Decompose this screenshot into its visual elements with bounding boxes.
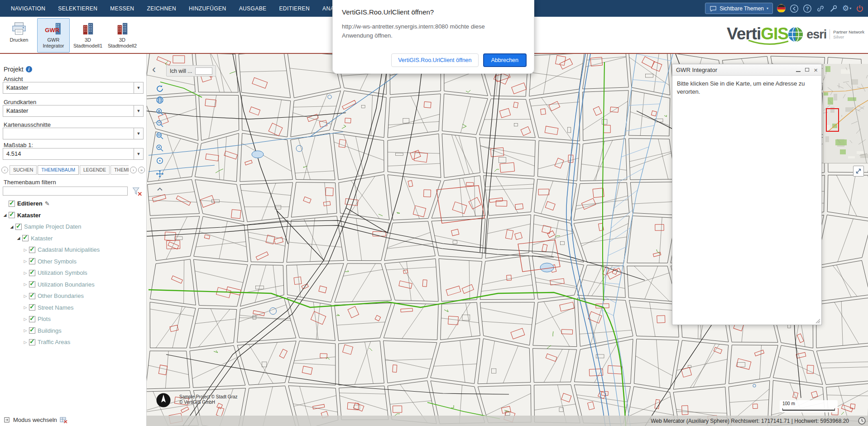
ich-will-input[interactable] [195,67,212,75]
tree-item-utilization-symbols[interactable]: ▷✓Utilization Symbols [0,267,146,279]
tree-item-kataster[interactable]: ◢✓Kataster [0,233,146,244]
filter-clear-icon[interactable] [132,187,142,196]
link-icon[interactable] [816,4,825,13]
tab-scroll-right-icon[interactable]: › [130,167,137,173]
tree-item-buildings[interactable]: ▷✓Buildings [0,325,146,337]
collapse-up-icon[interactable] [155,185,165,195]
tab-themenbaum[interactable]: THEMENBAUM [38,165,79,175]
tab-scroll-left-icon[interactable]: ‹ [1,167,8,173]
zoom-previous-icon[interactable] [155,144,165,153]
tree-item-cadastral-municipalities[interactable]: ▷✓Cadastral Municipalities [0,244,146,256]
help-icon[interactable]: ? [803,4,812,13]
zoom-window-icon[interactable] [155,131,165,141]
tree-expander-icon[interactable]: ▷ [23,294,28,298]
checkbox-checked-icon[interactable]: ✓ [29,316,35,322]
ansicht-dropdown[interactable]: Kataster▼ [3,82,144,94]
gwr-panel-message: Bitte klicken Sie in die Karte, um eine … [677,80,805,95]
overview-viewport-rect[interactable] [826,108,839,132]
tree-expander-icon[interactable]: ▷ [23,328,28,333]
checkbox-checked-icon[interactable]: ✓ [29,339,35,345]
checkbox-checked-icon[interactable]: ✓ [29,293,35,299]
wrench-icon[interactable] [829,4,838,13]
zoom-in-icon[interactable] [155,107,165,117]
tree-item-other-symbols[interactable]: ▷✓Other Symbols [0,256,146,268]
zoom-out-icon[interactable] [155,119,165,129]
checkbox-checked-icon[interactable]: ✓ [29,304,35,311]
open-urlclient-button[interactable]: VertiGIS.Roo.UrlClient öffnen [391,53,478,67]
minimize-icon[interactable] [796,71,801,72]
info-icon[interactable]: i [26,66,32,72]
gwr-panel-titlebar[interactable]: GWR Integrator × [672,64,821,76]
tree-expander-icon[interactable]: ▷ [23,282,28,287]
massstab-dropdown[interactable]: 4.514▼ [3,148,144,160]
tree-item-kataster[interactable]: ◢✓Kataster [0,210,146,221]
themetree-filter-input[interactable] [3,187,128,196]
power-icon[interactable] [855,4,864,13]
ribbon-tool-gwr-integrator[interactable]: GWRGWR Integrator [37,18,70,53]
tree-item-street-names[interactable]: ▷✓Street Names [0,302,146,314]
checkbox-checked-icon[interactable]: ✓ [9,201,15,207]
tree-expander-icon[interactable]: ▷ [23,305,28,310]
checkbox-checked-icon[interactable]: ✓ [22,235,29,241]
tree-item-editieren[interactable]: ✓Editieren✎ [0,198,146,210]
tree-expander-icon[interactable]: ▷ [23,271,28,275]
tree-item-utilization-boundaries[interactable]: ▷✓Utilization Boundaries [0,279,146,291]
ribbon-tool-3d-stadtmodell2[interactable]: 3D Stadtmodell2 [106,18,139,53]
menu-item-zeichnen[interactable]: ZEICHNEN [140,0,182,17]
visible-themes-button[interactable]: Sichtbare Themen ▾ [705,3,773,14]
checkbox-checked-icon[interactable]: ✓ [15,224,22,230]
edit-icon[interactable]: ✎ [45,200,50,207]
center-icon[interactable] [155,156,165,166]
grid-close-icon[interactable] [60,416,68,424]
tab-overflow-icon[interactable]: » [138,167,145,173]
menu-item-hinzufügen[interactable]: HINZUFÜGEN [182,0,233,17]
checkbox-checked-icon[interactable]: ✓ [29,247,35,253]
restore-icon[interactable] [805,68,809,72]
back-icon[interactable] [790,4,799,13]
ribbon-tool-drucken[interactable]: Drucken [3,18,35,53]
checkbox-checked-icon[interactable]: ✓ [29,258,35,264]
tree-item-traffic-areas[interactable]: ▷✓Traffic Areas [0,336,146,348]
tree-expander-icon[interactable]: ◢ [9,225,14,229]
tree-expander-icon[interactable]: ▷ [23,248,28,252]
tab-legende[interactable]: LEGENDE [80,165,110,175]
map-viewport[interactable]: ‹ Ich will ... Sample Project © Stadt Gr… [147,54,868,426]
menu-item-selektieren[interactable]: SELEKTIEREN [52,0,104,17]
kartenausschnitte-dropdown[interactable]: ▼ [3,128,144,139]
tree-item-sample-project-daten[interactable]: ◢✓Sample Project Daten [0,221,146,233]
mode-switch-label[interactable]: Modus wechseln [13,416,57,423]
tree-expander-icon[interactable]: ▷ [23,317,28,321]
tree-expander-icon[interactable]: ▷ [23,259,28,263]
ich-will-search[interactable]: Ich will ... [166,65,216,77]
history-clock-icon[interactable] [858,416,866,425]
mode-switch-icon[interactable] [4,416,10,423]
resize-grip-icon[interactable] [815,318,820,324]
ribbon-tool-3d-stadtmodell1[interactable]: 3D Stadtmodell1 [72,18,104,53]
tree-expander-icon[interactable]: ◢ [16,236,21,240]
menu-item-ausgabe[interactable]: AUSGABE [233,0,273,17]
overview-map[interactable] [823,64,868,163]
tree-item-plots[interactable]: ▷✓Plots [0,313,146,325]
close-icon[interactable]: × [814,67,818,73]
checkbox-checked-icon[interactable]: ✓ [29,327,35,334]
globe-icon[interactable] [155,96,165,105]
checkbox-checked-icon[interactable]: ✓ [29,281,35,287]
grundkarten-dropdown[interactable]: Kataster▼ [3,105,144,117]
tree-item-other-boundaries[interactable]: ▷✓Other Boundaries [0,290,146,302]
menu-item-editieren[interactable]: EDITIEREN [273,0,316,17]
menu-item-navigation[interactable]: NAVIGATION [5,0,52,17]
tree-expander-icon[interactable]: ▷ [23,340,28,345]
compass-north-icon[interactable] [156,392,171,408]
tab-themen[interactable]: THEMEN [110,165,129,175]
menu-item-messen[interactable]: MESSEN [104,0,140,17]
pan-icon[interactable] [155,169,165,179]
overview-expand-button[interactable] [853,166,864,177]
refresh-icon[interactable] [155,84,165,94]
tab-suchen[interactable]: SUCHEN [10,165,37,175]
checkbox-checked-icon[interactable]: ✓ [9,212,15,218]
checkbox-checked-icon[interactable]: ✓ [29,270,35,276]
cancel-button[interactable]: Abbrechen [483,53,527,67]
tree-expander-icon[interactable]: ◢ [2,213,8,217]
settings-gear-icon[interactable]: ⚙▾ [842,4,851,13]
german-flag-icon[interactable] [777,4,786,13]
